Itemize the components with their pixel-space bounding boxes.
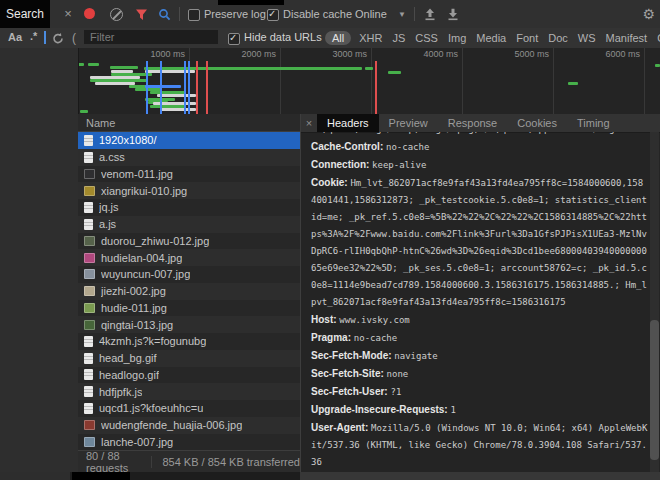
request-name: wudengfende_huajia-006.jpg — [101, 419, 242, 431]
hide-data-urls-checkbox[interactable] — [228, 33, 240, 45]
request-row[interactable]: head_bg.gif — [78, 350, 300, 367]
document-icon — [84, 369, 93, 380]
filter-pill-all[interactable]: All — [325, 31, 351, 45]
request-row[interactable]: uqcd1.js?kfoeuhhc=u — [78, 400, 300, 417]
top-toolbar: Search × Preserve log Disable cache Onli… — [0, 0, 660, 29]
request-row[interactable]: qingtai-013.jpg — [78, 316, 300, 333]
filter-pills: AllXHRJSCSSImgMediaFontDocWSManifestOthe… — [325, 31, 660, 45]
tab-cookies[interactable]: Cookies — [507, 114, 567, 132]
details-tabbar: × HeadersPreviewResponseCookiesTiming — [301, 114, 660, 133]
request-name: hudie-011.jpg — [101, 302, 167, 314]
bottom-scroll-strip[interactable] — [300, 472, 660, 480]
filter-pill-css[interactable]: CSS — [413, 31, 440, 45]
filter-pill-img[interactable]: Img — [446, 31, 468, 45]
header-line: Cookie: Hm_lvt_862071acf8e9faf43a13fd4ea… — [311, 174, 648, 311]
grid-line — [644, 48, 645, 114]
name-column-header[interactable]: Name — [78, 114, 300, 132]
clear-button[interactable] — [110, 8, 123, 21]
match-case-button[interactable]: Aa — [8, 31, 22, 43]
request-row[interactable]: hdfjpfk.js — [78, 383, 300, 400]
header-name: Sec-Fetch-Site: — [311, 368, 387, 379]
scrollbar-thumb[interactable] — [650, 320, 659, 460]
filter-pill-other[interactable]: Other — [655, 31, 660, 45]
search-button[interactable] — [158, 7, 171, 25]
request-row[interactable]: hudielan-004.jpg — [78, 249, 300, 266]
request-row[interactable]: jq.js — [78, 199, 300, 216]
summary-bar: 80 / 88 requests 854 KB / 854 KB transfe… — [78, 450, 300, 472]
grid-line — [280, 48, 281, 114]
filter-pill-js[interactable]: JS — [390, 31, 407, 45]
filter-pill-doc[interactable]: Doc — [546, 31, 570, 45]
header-line: Sec-Fetch-User: ?1 — [311, 383, 648, 401]
refresh-button[interactable] — [52, 31, 64, 49]
refresh-icon — [52, 32, 64, 45]
request-row[interactable]: xiangrikui-010.jpg — [78, 182, 300, 199]
document-icon — [84, 135, 93, 146]
hide-data-urls-label[interactable]: Hide data URLs — [244, 31, 322, 43]
funnel-icon — [135, 8, 148, 21]
header-line: Sec-Fetch-Site: none — [311, 365, 648, 383]
headers-content: ml;q=0.9,image/webp,image/apng,*/*;q=0.8… — [301, 132, 648, 472]
tab-response[interactable]: Response — [438, 114, 508, 132]
devtools-window: Search × Preserve log Disable cache Onli… — [0, 0, 660, 480]
tab-preview[interactable]: Preview — [379, 114, 438, 132]
request-row[interactable]: 1920x1080/ — [78, 132, 300, 149]
export-har-button[interactable] — [447, 7, 459, 25]
request-name: hudielan-004.jpg — [101, 252, 182, 264]
import-har-button[interactable] — [424, 7, 436, 25]
gear-icon[interactable]: ⚙ — [642, 6, 655, 22]
headers-list: Cache-Control: no-cacheConnection: keep-… — [311, 138, 648, 471]
bottom-left-segment — [0, 472, 70, 480]
time-tick-label: 2000 ms — [230, 49, 276, 59]
filter-toggle-button[interactable] — [135, 7, 148, 25]
header-name: Upgrade-Insecure-Requests: — [311, 404, 450, 415]
arrow-up-icon — [424, 8, 436, 21]
filter-pill-xhr[interactable]: XHR — [357, 31, 384, 45]
request-row[interactable]: venom-011.jpg — [78, 166, 300, 183]
overview-chart[interactable]: 1000 ms2000 ms3000 ms4000 ms5000 ms6000 … — [78, 48, 660, 115]
request-row[interactable]: hudie-011.jpg — [78, 300, 300, 317]
filter-pill-media[interactable]: Media — [474, 31, 508, 45]
request-row[interactable]: headlogo.gif — [78, 367, 300, 384]
filter-pill-ws[interactable]: WS — [576, 31, 598, 45]
image-icon — [84, 169, 95, 179]
header-value: navigate — [394, 351, 437, 361]
tab-timing[interactable]: Timing — [567, 114, 620, 132]
request-row[interactable]: wuyuncun-007.jpg — [78, 266, 300, 283]
filter-pill-manifest[interactable]: Manifest — [604, 31, 650, 45]
request-row[interactable]: wudengfende_huajia-006.jpg — [78, 417, 300, 434]
filter-pill-font[interactable]: Font — [514, 31, 540, 45]
request-row[interactable]: duorou_zhiwu-012.jpg — [78, 233, 300, 250]
request-row[interactable]: lanche-007.jpg — [78, 434, 300, 451]
header-name: Connection: — [311, 159, 372, 170]
preserve-log-label[interactable]: Preserve log — [204, 8, 266, 20]
request-name: duorou_zhiwu-012.jpg — [101, 235, 209, 247]
record-button[interactable] — [84, 8, 95, 19]
request-row[interactable]: a.js — [78, 216, 300, 233]
document-icon — [84, 353, 93, 364]
request-rows: 1920x1080/a.cssvenom-011.jpgxiangrikui-0… — [78, 132, 300, 450]
request-row[interactable]: a.css — [78, 149, 300, 166]
request-row[interactable]: jiezhi-002.jpg — [78, 283, 300, 300]
image-icon — [84, 320, 95, 330]
filter-input[interactable] — [84, 30, 218, 44]
tab-headers[interactable]: Headers — [317, 114, 379, 132]
chevron-down-icon[interactable]: ▼ — [398, 10, 406, 19]
throttling-select[interactable]: Online — [355, 8, 387, 20]
waterfall-bar — [160, 108, 196, 111]
header-line: Connection: keep-alive — [311, 156, 648, 174]
disable-cache-checkbox[interactable] — [267, 9, 279, 21]
tab-search[interactable]: Search — [0, 0, 50, 28]
close-details-icon[interactable]: × — [301, 117, 317, 129]
regex-button[interactable]: .* — [30, 30, 37, 42]
waterfall-bar — [365, 67, 373, 70]
header-name: Pragma: — [311, 332, 354, 343]
preserve-log-checkbox[interactable] — [188, 9, 200, 21]
image-icon — [84, 186, 95, 196]
request-row[interactable]: 4kzmh.js?k=fogunubg — [78, 333, 300, 350]
header-value: ?1 — [390, 387, 401, 397]
red-event-line — [375, 61, 377, 114]
close-icon[interactable]: × — [60, 6, 76, 22]
disable-cache-label[interactable]: Disable cache — [283, 8, 352, 20]
request-name: venom-011.jpg — [101, 168, 173, 180]
